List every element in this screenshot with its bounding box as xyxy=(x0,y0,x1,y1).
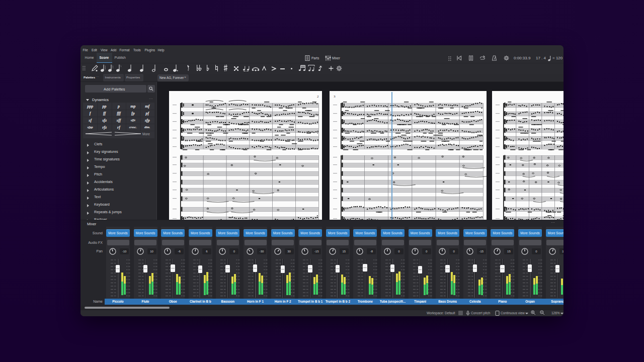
svg-text:2: 2 xyxy=(317,95,319,99)
svg-text:3: 3 xyxy=(334,95,336,99)
